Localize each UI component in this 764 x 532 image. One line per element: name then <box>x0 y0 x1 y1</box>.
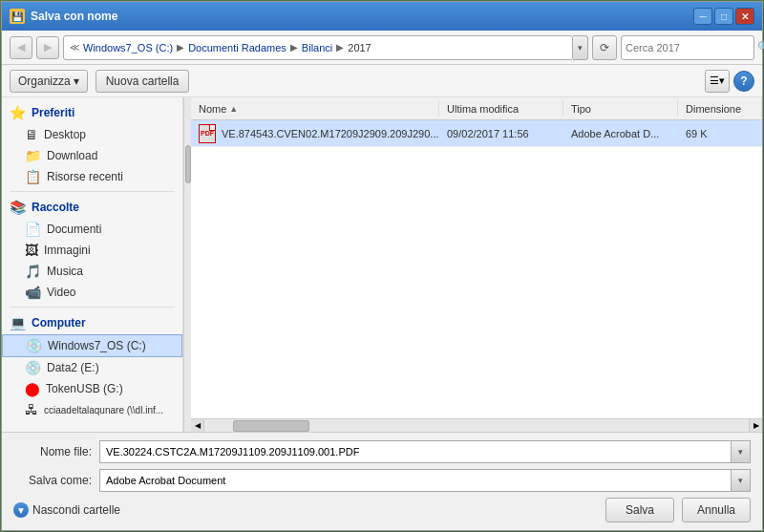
sidebar-documenti-label: Documenti <box>47 223 101 236</box>
save-button[interactable]: Salva <box>605 498 674 522</box>
help-button[interactable]: ? <box>733 71 754 92</box>
sidebar-item-immagini[interactable]: 🖼 Immagini <box>2 240 182 261</box>
sidebar-section-preferiti: ⭐ Preferiti 🖥 Desktop 📁 Download 📋 Risor… <box>2 101 182 187</box>
sidebar-windows7os-label: Windows7_OS (C:) <box>48 339 146 352</box>
sidebar-item-video[interactable]: 📹 Video <box>2 282 182 303</box>
organize-button[interactable]: Organizza ▾ <box>10 70 88 93</box>
hscroll-thumb[interactable] <box>233 420 309 432</box>
usb-icon: ⬤ <box>25 381 40 396</box>
hscroll-left-button[interactable]: ◀ <box>191 419 204 433</box>
images-icon: 🖼 <box>25 243 38 258</box>
column-header-tipo[interactable]: Tipo <box>563 100 678 117</box>
table-row[interactable]: PDF VE.874543.CVEN02.M17209J2909.209J290… <box>191 120 762 147</box>
close-button[interactable]: ✕ <box>735 8 754 25</box>
minimize-button[interactable]: ─ <box>693 8 712 25</box>
sidebar-preferiti-label: Preferiti <box>32 106 74 119</box>
sidebar: ⭐ Preferiti 🖥 Desktop 📁 Download 📋 Risor… <box>2 97 183 432</box>
bottom-section: Nome file: ▾ Salva come: ▾ ▼ Nascondi ca… <box>2 432 762 530</box>
sidebar-section-raccolte: 📚 Raccolte 📄 Documenti 🖼 Immagini 🎵 Musi… <box>2 196 182 303</box>
breadcrumb-arrow-1: ▶ <box>177 42 184 53</box>
breadcrumb-segment-bilanci[interactable]: Bilanci <box>302 42 332 53</box>
sidebar-item-musica[interactable]: 🎵 Musica <box>2 261 182 282</box>
title-bar: 💾 Salva con nome ─ □ ✕ <box>2 2 762 31</box>
maximize-button[interactable]: □ <box>714 8 733 25</box>
main-content: ⭐ Preferiti 🖥 Desktop 📁 Download 📋 Risor… <box>2 97 762 432</box>
document-icon: 📄 <box>25 222 41 237</box>
sidebar-group-preferiti[interactable]: ⭐ Preferiti <box>2 101 182 124</box>
sidebar-divider-2 <box>10 307 175 308</box>
hide-folders-icon: ▼ <box>13 502 29 518</box>
hscroll-track[interactable] <box>204 419 749 432</box>
sidebar-item-desktop-label: Desktop <box>44 128 86 141</box>
breadcrumb-bar[interactable]: ≪ Windows7_OS (C:) ▶ Documenti Radames ▶… <box>63 35 573 60</box>
save-dialog: 💾 Salva con nome ─ □ ✕ ◀ ▶ ≪ Windows7_OS… <box>1 1 763 531</box>
refresh-button[interactable]: ⟳ <box>592 35 617 60</box>
title-bar-left: 💾 Salva con nome <box>10 9 117 24</box>
sidebar-item-tokenusb[interactable]: ⬤ TokenUSB (G:) <box>2 378 182 399</box>
sidebar-video-label: Video <box>47 286 75 299</box>
search-input[interactable] <box>626 42 757 53</box>
sidebar-scrollbar-thumb[interactable] <box>185 145 191 183</box>
forward-button[interactable]: ▶ <box>36 36 59 59</box>
sidebar-item-recent[interactable]: 📋 Risorse recenti <box>2 166 182 187</box>
sidebar-group-raccolte[interactable]: 📚 Raccolte <box>2 196 182 219</box>
sidebar-raccolte-label: Raccolte <box>32 201 79 214</box>
view-button[interactable]: ☰ ▾ <box>705 70 730 93</box>
computer-group-icon: 💻 <box>10 315 26 330</box>
sidebar-group-computer[interactable]: 💻 Computer <box>2 311 182 334</box>
nome-file-input-wrapper: ▾ <box>99 440 751 463</box>
sidebar-item-desktop[interactable]: 🖥 Desktop <box>2 124 182 145</box>
sidebar-network-label: cciaadeltalaqunare (\\dl.inf... <box>44 405 163 415</box>
nome-file-label: Nome file: <box>13 445 99 458</box>
file-list-area: Nome ▲ Ultima modifica Tipo Dimensione P… <box>191 97 762 432</box>
star-icon: ⭐ <box>10 105 26 120</box>
hscroll-right-button[interactable]: ▶ <box>749 419 762 433</box>
salva-come-input-wrapper: ▾ <box>99 469 751 492</box>
sidebar-item-windows7os[interactable]: 💿 Windows7_OS (C:) <box>2 334 182 357</box>
sidebar-scrollbar[interactable] <box>183 97 191 432</box>
breadcrumb-arrow-3: ▶ <box>336 42 344 53</box>
library-icon: 📚 <box>10 200 26 215</box>
file-cell-tipo: Adobe Acrobat D... <box>563 125 678 142</box>
sidebar-item-recent-label: Risorse recenti <box>47 170 123 183</box>
breadcrumb-segment-c[interactable]: Windows7_OS (C:) <box>83 42 173 53</box>
file-cell-dim: 69 K <box>678 125 762 142</box>
new-folder-button[interactable]: Nuova cartella <box>96 70 190 93</box>
sort-arrow-nome: ▲ <box>229 104 238 114</box>
column-header-nome[interactable]: Nome ▲ <box>191 100 439 117</box>
back-button[interactable]: ◀ <box>10 36 32 59</box>
file-list-header: Nome ▲ Ultima modifica Tipo Dimensione <box>191 97 762 120</box>
button-row: ▼ Nascondi cartelle Salva Annulla <box>13 498 751 522</box>
nome-file-dropdown[interactable]: ▾ <box>732 440 751 463</box>
pdf-file-icon: PDF <box>199 124 216 143</box>
search-box: 🔍 <box>621 35 754 60</box>
organize-right: ☰ ▾ ? <box>705 70 754 93</box>
sidebar-item-documenti[interactable]: 📄 Documenti <box>2 219 182 240</box>
horizontal-scrollbar[interactable]: ◀ ▶ <box>191 418 762 432</box>
sidebar-computer-label: Computer <box>32 316 86 330</box>
sidebar-item-network[interactable]: 🖧 cciaadeltalaqunare (\\dl.inf... <box>2 399 182 420</box>
file-cell-nome: PDF VE.874543.CVEN02.M17209J2909.209J290… <box>191 121 439 146</box>
sidebar-item-data2[interactable]: 💿 Data2 (E:) <box>2 357 182 378</box>
breadcrumb-dropdown-button[interactable]: ▾ <box>573 35 588 60</box>
breadcrumb-segment-documenti[interactable]: Documenti Radames <box>188 42 286 53</box>
view-arrow-icon: ▾ <box>719 74 725 87</box>
dialog-title: Salva con nome <box>31 10 117 23</box>
salva-come-label: Salva come: <box>13 474 99 487</box>
drive-e-icon: 💿 <box>25 360 41 375</box>
dialog-icon: 💾 <box>10 9 25 24</box>
column-header-dimensione[interactable]: Dimensione <box>678 100 762 117</box>
sidebar-wrapper: ⭐ Preferiti 🖥 Desktop 📁 Download 📋 Risor… <box>2 97 191 432</box>
sidebar-section-computer: 💻 Computer 💿 Windows7_OS (C:) 💿 Data2 (E… <box>2 311 182 420</box>
cancel-button[interactable]: Annulla <box>682 498 751 522</box>
folder-icon: 📁 <box>25 148 41 163</box>
nome-file-input[interactable] <box>99 440 732 463</box>
hide-folders-button[interactable]: ▼ Nascondi cartelle <box>13 502 120 518</box>
view-icon: ☰ <box>710 74 719 87</box>
sidebar-item-download[interactable]: 📁 Download <box>2 145 182 166</box>
salva-come-input[interactable] <box>99 469 732 492</box>
salva-come-row: Salva come: ▾ <box>13 469 751 492</box>
salva-come-dropdown[interactable]: ▾ <box>732 469 751 492</box>
column-header-modifica[interactable]: Ultima modifica <box>439 100 563 117</box>
sidebar-divider-1 <box>10 191 175 192</box>
